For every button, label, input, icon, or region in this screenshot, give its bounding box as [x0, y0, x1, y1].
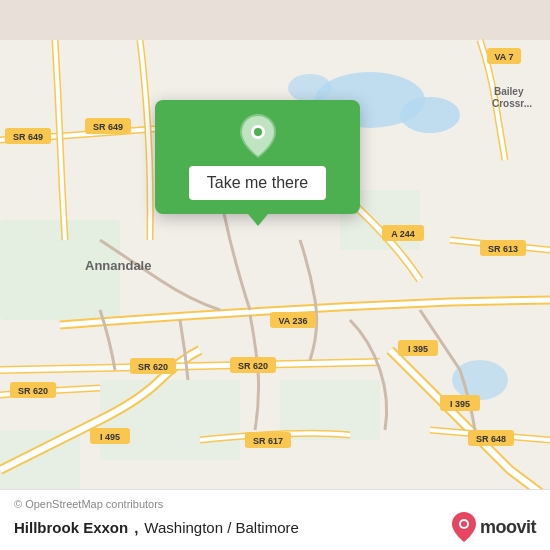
copyright-text: © OpenStreetMap contributors [14, 498, 536, 510]
svg-text:SR 613: SR 613 [488, 244, 518, 254]
svg-text:I 495: I 495 [100, 432, 120, 442]
svg-point-44 [254, 128, 262, 136]
svg-text:Annandale: Annandale [85, 258, 151, 273]
svg-point-3 [288, 74, 332, 102]
svg-point-2 [400, 97, 460, 133]
map-popup: Take me there [155, 100, 360, 214]
map-background: SR 649 SR 649 SR 649 VA 7 A 244 VA 236 S… [0, 0, 550, 550]
svg-text:A 244: A 244 [391, 229, 415, 239]
svg-text:SR 620: SR 620 [138, 362, 168, 372]
bottom-bar: © OpenStreetMap contributors Hillbrook E… [0, 489, 550, 550]
map-container: SR 649 SR 649 SR 649 VA 7 A 244 VA 236 S… [0, 0, 550, 550]
svg-point-46 [461, 521, 467, 527]
svg-text:SR 617: SR 617 [253, 436, 283, 446]
svg-text:SR 620: SR 620 [238, 361, 268, 371]
take-me-there-button[interactable]: Take me there [189, 166, 326, 200]
svg-text:SR 648: SR 648 [476, 434, 506, 444]
svg-text:I 395: I 395 [450, 399, 470, 409]
location-info: Hillbrook Exxon , Washington / Baltimore… [14, 512, 536, 542]
location-name: Hillbrook Exxon [14, 519, 128, 536]
svg-text:Bailey: Bailey [494, 86, 524, 97]
svg-text:Crossr...: Crossr... [492, 98, 532, 109]
moovit-logo-text: moovit [480, 517, 536, 538]
svg-text:VA 7: VA 7 [494, 52, 513, 62]
svg-text:VA 236: VA 236 [278, 316, 307, 326]
location-pin-icon [236, 114, 280, 158]
moovit-pin-icon [452, 512, 476, 542]
svg-rect-7 [100, 380, 240, 460]
svg-text:SR 649: SR 649 [13, 132, 43, 142]
svg-point-4 [452, 360, 508, 400]
svg-text:SR 649: SR 649 [93, 122, 123, 132]
svg-text:I 395: I 395 [408, 344, 428, 354]
location-subname: Washington / Baltimore [144, 519, 299, 536]
moovit-logo: moovit [452, 512, 536, 542]
location-separator: , [134, 519, 138, 536]
svg-text:SR 620: SR 620 [18, 386, 48, 396]
